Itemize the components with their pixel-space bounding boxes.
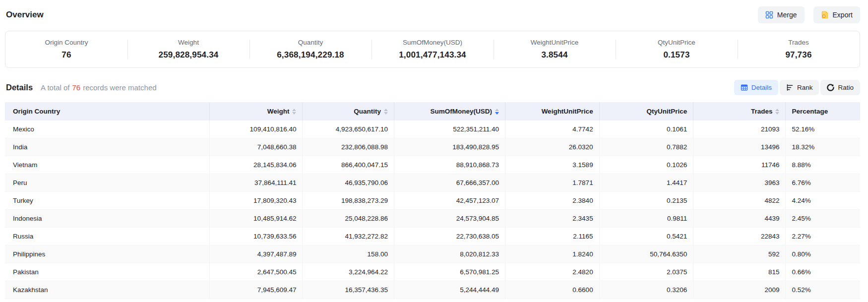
merge-button[interactable]: Merge [758, 6, 805, 23]
overview-stat-weight: Weight 259,828,954.34 [127, 38, 249, 61]
sort-carets [384, 109, 388, 115]
cell-percentage: 8.88% [786, 156, 860, 174]
overview-stat-trades: Trades 97,736 [738, 38, 860, 61]
cell-origin-country: Russia [5, 228, 209, 245]
table-row-peru: Peru37,864,111.4146,935,790.0667,666,357… [5, 174, 860, 192]
sort-desc-icon [292, 112, 296, 115]
cell-trades: 3963 [693, 174, 786, 192]
column-header-quantity[interactable]: Quantity [303, 102, 394, 121]
cell-sum-of-money-usd: 183,490,828.95 [394, 138, 505, 156]
details-table: Origin CountryWeightQuantitySumOfMoney(U… [5, 102, 860, 299]
stat-value: 97,736 [742, 50, 856, 60]
cell-origin-country: Pakistan [5, 263, 209, 281]
column-header-sum-of-money-usd[interactable]: SumOfMoney(USD) [394, 102, 505, 121]
table-row-india: India7,048,660.38232,806,088.98183,490,8… [5, 138, 860, 156]
overview-stat-weightunitprice: WeightUnitPrice 3.8544 [494, 38, 616, 61]
cell-percentage: 4.24% [786, 192, 860, 210]
column-label: Trades [751, 108, 773, 115]
cell-sum-of-money-usd: 8,020,812.33 [394, 245, 505, 263]
cell-quantity: 866,400,047.15 [303, 156, 394, 174]
cell-trades: 2009 [693, 281, 786, 299]
cell-weight: 7,945,609.47 [209, 281, 303, 299]
sort-carets [775, 109, 779, 115]
stat-value: 0.1573 [620, 50, 734, 60]
stat-label: SumOfMoney(USD) [375, 39, 490, 46]
cell-weight-unit-price: 2.3435 [505, 210, 600, 228]
overview-stat-origin-country: Origin Country 76 [5, 38, 127, 61]
view-button-rank[interactable]: Rank [780, 80, 819, 95]
sort-asc-icon [292, 109, 296, 111]
ratio-icon [827, 84, 834, 91]
cell-origin-country: Philippines [5, 245, 209, 263]
cell-qty-unit-price: 0.9811 [599, 210, 693, 228]
cell-trades: 11746 [693, 156, 786, 174]
cell-qty-unit-price: 0.5421 [599, 228, 693, 245]
matched-records-summary: A total of76records were matched [41, 83, 156, 92]
cell-weight: 37,864,111.41 [209, 174, 303, 192]
sort-asc-icon [775, 109, 779, 111]
cell-weight-unit-price: 26.0320 [505, 138, 600, 156]
cell-origin-country: Mexico [5, 121, 209, 138]
merge-icon [765, 11, 773, 19]
merge-button-label: Merge [777, 11, 797, 19]
column-label: Percentage [792, 108, 828, 115]
cell-weight: 4,397,487.89 [209, 245, 303, 263]
cell-quantity: 3,224,964.22 [303, 263, 394, 281]
cell-trades: 592 [693, 245, 786, 263]
column-label: Weight [267, 108, 290, 115]
cell-quantity: 16,357,436.35 [303, 281, 394, 299]
view-button-details[interactable]: Details [734, 80, 778, 95]
cell-weight-unit-price: 3.1589 [505, 156, 600, 174]
table-row-turkey: Turkey17,809,320.43198,838,273.2942,457,… [5, 192, 860, 210]
matched-count: 76 [69, 83, 83, 92]
overview-stat-sumofmoney-usd-: SumOfMoney(USD) 1,001,477,143.34 [372, 38, 494, 61]
column-header-trades[interactable]: Trades [693, 102, 786, 121]
stat-value: 3.8544 [497, 50, 612, 60]
view-switcher: Details Rank Ratio [734, 80, 860, 95]
cell-percentage: 2.45% [786, 210, 860, 228]
cell-weight: 109,410,816.40 [209, 121, 303, 138]
cell-percentage: 0.52% [786, 281, 860, 299]
table-row-russia: Russia10,739,633.5641,932,272.8222,730,6… [5, 228, 860, 245]
sort-desc-icon [384, 112, 388, 115]
cell-quantity: 232,806,088.98 [303, 138, 394, 156]
stat-value: 76 [9, 50, 124, 60]
table-row-indonesia: Indonesia10,485,914.6225,048,228.8624,57… [5, 210, 860, 228]
cell-weight-unit-price: 4.7742 [505, 121, 600, 138]
topbar-actions: Merge Export [758, 6, 860, 23]
details-heading: Details A total of76records were matched [5, 83, 157, 92]
cell-weight-unit-price: 2.3840 [505, 192, 600, 210]
column-header-weight[interactable]: Weight [209, 102, 303, 121]
cell-qty-unit-price: 1.4417 [599, 174, 693, 192]
cell-weight-unit-price: 2.1165 [505, 228, 600, 245]
cell-qty-unit-price: 2.0375 [599, 263, 693, 281]
cell-trades: 13496 [693, 138, 786, 156]
stat-value: 259,828,954.34 [131, 50, 246, 60]
export-button[interactable]: Export [813, 6, 860, 23]
sort-asc-icon [495, 109, 499, 111]
cell-origin-country: Turkey [5, 192, 209, 210]
cell-weight: 28,145,834.06 [209, 156, 303, 174]
cell-qty-unit-price: 0.7882 [599, 138, 693, 156]
table-body: Mexico109,410,816.404,923,650,617.10522,… [5, 121, 860, 299]
details-bar: Details A total of76records were matched… [5, 80, 860, 95]
cell-quantity: 158.00 [303, 245, 394, 263]
cell-weight: 10,485,914.62 [209, 210, 303, 228]
cell-qty-unit-price: 50,764.6350 [599, 245, 693, 263]
cell-qty-unit-price: 0.2135 [599, 192, 693, 210]
page: Overview Merge [0, 0, 868, 299]
table-icon [741, 84, 748, 91]
cell-weight-unit-price: 0.6600 [505, 281, 600, 299]
view-button-ratio[interactable]: Ratio [820, 80, 860, 95]
column-label: SumOfMoney(USD) [431, 108, 493, 115]
cell-sum-of-money-usd: 88,910,868.73 [394, 156, 505, 174]
cell-sum-of-money-usd: 24,573,904.85 [394, 210, 505, 228]
cell-quantity: 46,935,790.06 [303, 174, 394, 192]
cell-origin-country: Peru [5, 174, 209, 192]
cell-trades: 4822 [693, 192, 786, 210]
cell-percentage: 6.76% [786, 174, 860, 192]
topbar: Overview Merge [5, 5, 860, 25]
cell-sum-of-money-usd: 67,666,357.00 [394, 174, 505, 192]
stat-value: 6,368,194,229.18 [253, 50, 368, 60]
rank-icon [786, 84, 794, 91]
